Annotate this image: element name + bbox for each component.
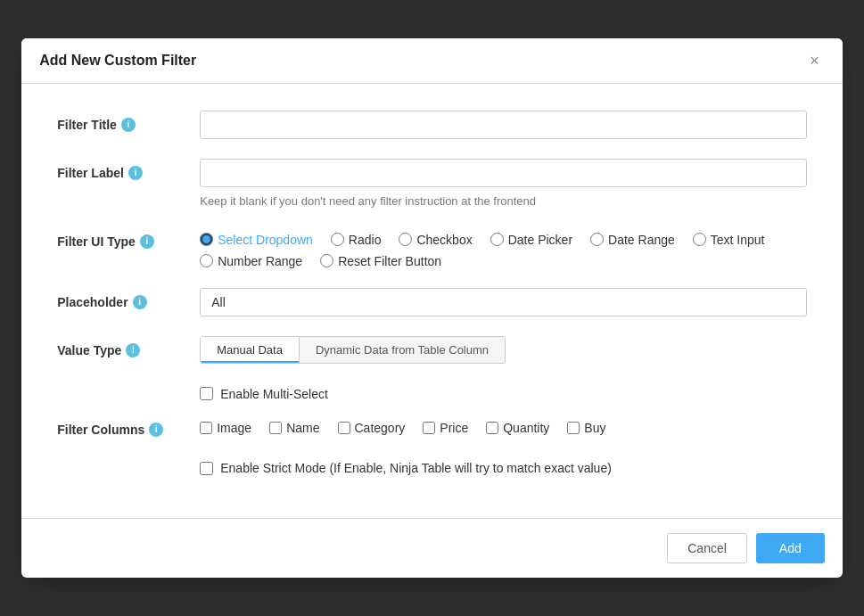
col-quantity-label: Quantity (503, 421, 549, 435)
multi-select-checkbox[interactable] (200, 387, 213, 400)
add-button[interactable]: Add (756, 533, 825, 563)
col-name[interactable]: Name (269, 421, 319, 435)
multi-select-label: Enable Multi-Select (220, 387, 328, 401)
col-image-checkbox[interactable] (200, 422, 212, 434)
filter-columns-row: Filter Columns i Image Name (57, 415, 807, 437)
filter-title-control (200, 111, 807, 139)
multi-select-row: Enable Multi-Select (57, 383, 807, 401)
col-category-checkbox[interactable] (338, 422, 350, 434)
modal-footer: Cancel Add (21, 518, 843, 578)
radio-date-picker[interactable]: Date Picker (490, 233, 572, 247)
value-type-control: Manual Data Dynamic Data from Table Colu… (200, 336, 807, 364)
modal-body: Filter Title i Filter Label i Keep it bl… (21, 84, 843, 519)
value-type-buttons: Manual Data Dynamic Data from Table Colu… (200, 336, 506, 364)
radio-checkbox[interactable]: Checkbox (399, 233, 472, 247)
radio-number-range-label: Number Range (218, 254, 302, 268)
col-name-label: Name (286, 421, 319, 435)
radio-reset-filter-label: Reset Filter Button (338, 254, 441, 268)
radio-select-dropdown-label: Select Dropdown (218, 233, 313, 247)
filter-label-hint: Keep it blank if you don't need any filt… (200, 194, 807, 208)
filter-title-info-icon: i (121, 118, 136, 132)
filter-label-input[interactable] (200, 159, 807, 187)
strict-mode-checkbox[interactable] (200, 462, 213, 475)
filter-title-label: Filter Title i (57, 111, 200, 132)
value-type-label: Value Type i (57, 336, 200, 357)
filter-columns-group: Image Name Category Price (200, 415, 807, 435)
placeholder-row: Placeholder i (57, 288, 807, 316)
col-category-label: Category (355, 421, 406, 435)
col-buy-label: Buy (584, 421, 605, 435)
strict-mode-checkbox-row: Enable Strict Mode (If Enable, Ninja Tab… (200, 456, 807, 478)
radio-text-input[interactable]: Text Input (693, 233, 765, 247)
modal-overlay: Add New Custom Filter × Filter Title i F… (0, 0, 864, 616)
radio-date-range-label: Date Range (608, 233, 675, 247)
radio-number-range[interactable]: Number Range (200, 254, 302, 268)
value-type-dynamic-btn[interactable]: Dynamic Data from Table Column (300, 337, 505, 363)
placeholder-input[interactable] (200, 288, 807, 316)
filter-ui-type-label: Filter UI Type i (57, 227, 200, 249)
strict-mode-row: Enable Strict Mode (If Enable, Ninja Tab… (57, 456, 807, 478)
filter-columns-label: Filter Columns i (57, 415, 200, 437)
filter-ui-type-row: Filter UI Type i Select Dropdown Radio (57, 227, 807, 268)
col-image[interactable]: Image (200, 421, 251, 435)
filter-columns-info-icon: i (149, 423, 163, 437)
value-type-row: Value Type i Manual Data Dynamic Data fr… (57, 336, 807, 364)
col-image-label: Image (217, 421, 251, 435)
filter-label-info-icon: i (128, 166, 143, 180)
col-price-label: Price (440, 421, 468, 435)
radio-reset-filter[interactable]: Reset Filter Button (320, 254, 441, 268)
radio-radio-label: Radio (349, 233, 382, 247)
strict-mode-label: Enable Strict Mode (If Enable, Ninja Tab… (220, 460, 612, 478)
close-button[interactable]: × (804, 51, 825, 70)
radio-select-dropdown[interactable]: Select Dropdown (200, 233, 313, 247)
filter-title-input[interactable] (200, 111, 807, 139)
col-buy[interactable]: Buy (567, 421, 605, 435)
placeholder-control (200, 288, 807, 316)
col-price[interactable]: Price (423, 421, 468, 435)
col-buy-checkbox[interactable] (567, 422, 580, 434)
radio-date-range[interactable]: Date Range (590, 233, 675, 247)
placeholder-info-icon: i (133, 295, 147, 309)
value-type-info-icon: i (126, 343, 140, 357)
modal-title: Add New Custom Filter (39, 53, 196, 69)
filter-ui-type-radio-group: Select Dropdown Radio Checkbox Date (200, 227, 807, 268)
filter-label-label: Filter Label i (57, 159, 200, 180)
filter-label-control: Keep it blank if you don't need any filt… (200, 159, 807, 208)
col-quantity-checkbox[interactable] (486, 422, 498, 434)
col-name-checkbox[interactable] (269, 422, 282, 434)
filter-ui-type-info-icon: i (140, 234, 154, 249)
placeholder-label: Placeholder i (57, 288, 200, 309)
value-type-manual-btn[interactable]: Manual Data (201, 337, 300, 363)
col-category[interactable]: Category (338, 421, 406, 435)
cancel-button[interactable]: Cancel (667, 533, 747, 563)
modal-header: Add New Custom Filter × (21, 38, 843, 84)
col-price-checkbox[interactable] (423, 422, 435, 434)
radio-radio[interactable]: Radio (331, 233, 382, 247)
radio-text-input-label: Text Input (711, 233, 765, 247)
filter-label-row: Filter Label i Keep it blank if you don'… (57, 159, 807, 208)
filter-title-row: Filter Title i (57, 111, 807, 139)
radio-date-picker-label: Date Picker (508, 233, 572, 247)
filter-ui-type-control: Select Dropdown Radio Checkbox Date (200, 227, 807, 268)
col-quantity[interactable]: Quantity (486, 421, 549, 435)
radio-checkbox-label: Checkbox (416, 233, 472, 247)
multi-select-checkbox-row: Enable Multi-Select (200, 383, 807, 401)
modal: Add New Custom Filter × Filter Title i F… (21, 38, 843, 579)
filter-columns-control: Image Name Category Price (200, 415, 807, 435)
